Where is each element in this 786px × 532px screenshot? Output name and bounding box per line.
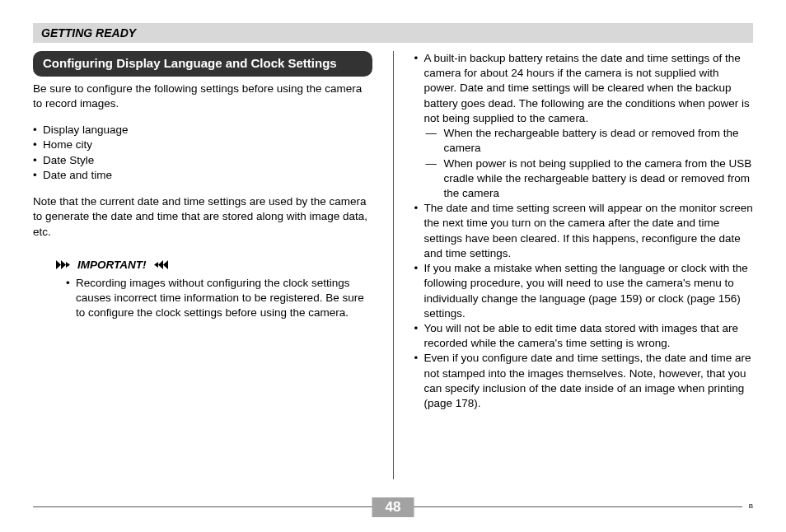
item-text: If you make a mistake when setting the l… — [424, 261, 754, 321]
left-column: Configuring Display Language and Clock S… — [33, 51, 393, 479]
content-columns: Configuring Display Language and Clock S… — [33, 51, 753, 479]
footer-mark: B — [742, 502, 753, 510]
list-item: •Display language — [33, 123, 372, 138]
settings-list: •Display language •Home city •Date Style… — [33, 123, 372, 183]
note-paragraph: Note that the current date and time sett… — [33, 194, 372, 240]
section-title: Configuring Display Language and Clock S… — [33, 51, 372, 77]
list-item: •Date Style — [33, 153, 372, 168]
right-column: •A built-in backup battery retains the d… — [393, 51, 754, 479]
sub-text: When the rechargeable battery is dead or… — [444, 126, 754, 156]
important-text: Recording images without configuring the… — [76, 276, 372, 321]
manual-page: GETTING READY Configuring Display Langua… — [0, 0, 786, 532]
important-block: IMPORTANT! • Recording images without co… — [33, 258, 372, 321]
list-item: •Date and time — [33, 168, 372, 183]
list-item: •You will not be able to edit time data … — [414, 321, 754, 351]
sub-item: —When power is not being supplied to the… — [414, 156, 754, 202]
setting-item: Date and time — [43, 168, 112, 183]
intro-paragraph: Be sure to configure the following setti… — [33, 82, 372, 111]
important-item: • Recording images without configuring t… — [56, 276, 372, 321]
page-number: 48 — [372, 497, 414, 517]
triangles-right-icon — [56, 260, 74, 269]
item-text: Even if you configure date and time sett… — [424, 351, 754, 411]
triangles-left-icon — [150, 260, 168, 269]
setting-item: Date Style — [43, 153, 94, 168]
list-item: •If you make a mistake when setting the … — [414, 261, 754, 321]
list-item: •Home city — [33, 138, 372, 152]
list-item: •Even if you configure date and time set… — [414, 351, 754, 411]
chapter-header: GETTING READY — [33, 23, 753, 43]
important-header: IMPORTANT! — [56, 258, 372, 273]
setting-item: Home city — [43, 138, 92, 152]
item-text: You will not be able to edit time data s… — [424, 321, 754, 351]
page-footer: 48 B — [33, 497, 753, 517]
list-item: •The date and time setting screen will a… — [414, 201, 754, 261]
important-label: IMPORTANT! — [77, 258, 147, 273]
sub-text: When power is not being supplied to the … — [444, 156, 754, 202]
sub-item: —When the rechargeable battery is dead o… — [414, 126, 754, 156]
item-text: The date and time setting screen will ap… — [424, 201, 754, 261]
setting-item: Display language — [43, 123, 129, 138]
list-item: •A built-in backup battery retains the d… — [414, 51, 754, 126]
item-text: A built-in backup battery retains the da… — [424, 51, 754, 126]
